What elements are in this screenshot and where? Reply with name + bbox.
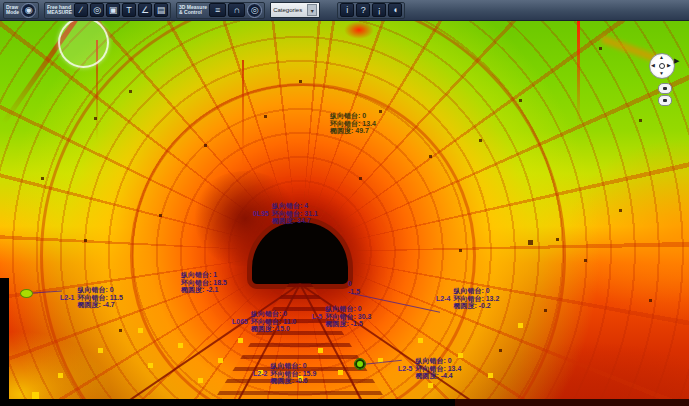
text-tool-button[interactable]: T bbox=[122, 3, 136, 17]
draw-mode-button[interactable]: ◉ bbox=[21, 3, 36, 18]
measurement-annotation: L2-1 纵向错台: 0 环向错台: 11.5 椭圆度: -4.7 bbox=[60, 286, 123, 309]
point-label: L-5 bbox=[312, 313, 323, 321]
category-dropdown-value: Categories bbox=[273, 7, 304, 13]
panel-collapse-handle[interactable]: ▶ bbox=[674, 57, 679, 65]
measurement-annotation: 0 -1.5 bbox=[348, 280, 360, 295]
target-tool-button[interactable]: ◎ bbox=[247, 3, 262, 18]
details-icon: ¡ bbox=[378, 4, 381, 16]
pen-tool-button[interactable]: ∕ bbox=[74, 3, 88, 17]
profile-tool-button[interactable]: ∩ bbox=[228, 3, 245, 17]
compare-images-button[interactable]: ▤ bbox=[154, 3, 168, 17]
compare-icon: ▤ bbox=[157, 4, 166, 16]
help-button[interactable]: ? bbox=[356, 3, 370, 17]
sleeper-highlights bbox=[0, 21, 1, 22]
power-icon: ◉ bbox=[25, 5, 33, 15]
profile-icon: ∩ bbox=[233, 4, 239, 16]
info-button[interactable]: i bbox=[340, 3, 354, 17]
toolbar-group-3d-measure: 3D Measure & Control ≡ ∩ ◎ bbox=[176, 2, 265, 19]
app-window: Draw Mode ◉ Free hand MEASURE ∕ ◎ ▣ T bbox=[0, 0, 689, 406]
category-dropdown[interactable]: Categories ▾ bbox=[270, 2, 320, 18]
measurement-annotation: L2-2 纵向错台: 0 环向错台: 15.9 椭圆度: -0.6 bbox=[253, 362, 316, 385]
pen-icon: ∕ bbox=[80, 4, 82, 16]
collapse-icon: ◖ bbox=[392, 4, 397, 16]
sphere-icon: ◎ bbox=[93, 4, 101, 16]
point-label: L2-4 bbox=[436, 295, 450, 303]
measurement-annotation: 0L95 纵向错台: 4 环向错台: 31.1 椭圆度: 34.7 bbox=[253, 202, 318, 225]
measurement-annotation: 纵向错台: 1 环向错台: 18.5 椭圆度: -2.1 bbox=[181, 271, 227, 294]
point-label: L065 bbox=[232, 318, 248, 326]
point-label: 0L95 bbox=[253, 210, 269, 218]
sphere-tool-button[interactable]: ◎ bbox=[90, 3, 104, 17]
image-card-button[interactable]: ▣ bbox=[106, 3, 120, 17]
nav-center-dot[interactable] bbox=[659, 63, 665, 69]
zoom-out-button[interactable] bbox=[658, 95, 672, 106]
survey-point-marker[interactable] bbox=[20, 289, 33, 298]
measurement-annotation: L-5 纵向错台: 0 环向错台: 30.3 椭圆度: -1.5 bbox=[312, 305, 371, 328]
nav-up-icon[interactable]: ▲ bbox=[659, 55, 664, 60]
help-icon: ? bbox=[361, 4, 366, 16]
zoom-in-button[interactable] bbox=[658, 83, 672, 94]
info-icon: i bbox=[346, 4, 348, 16]
point-label: L2-5 bbox=[398, 365, 412, 373]
measurement-annotation: L065 纵向错台: 0 环向错台: 11.0 椭圆度: 15.0 bbox=[232, 310, 296, 333]
draw-group-label: Draw Mode bbox=[6, 5, 19, 15]
point-label: L2-1 bbox=[60, 294, 74, 302]
details-button[interactable]: ¡ bbox=[372, 3, 386, 17]
tunnel-3d-viewport[interactable]: 纵向错台: 0 环向错台: 13.4 椭圆度: 49.7 0L95 纵向错台: … bbox=[0, 21, 689, 406]
hot-spot bbox=[344, 21, 374, 39]
screen-bottom-mask bbox=[0, 399, 689, 406]
image-icon: ▣ bbox=[109, 4, 118, 16]
toolbar: Draw Mode ◉ Free hand MEASURE ∕ ◎ ▣ T bbox=[0, 0, 689, 21]
chevron-down-icon: ▾ bbox=[307, 4, 317, 16]
section-tool-button[interactable]: ≡ bbox=[209, 3, 226, 17]
nav-right-icon[interactable]: ▶ bbox=[667, 63, 671, 68]
measurement-annotation: 纵向错台: 0 环向错台: 13.4 椭圆度: 49.7 bbox=[330, 112, 376, 135]
measurement-annotation: L2-5 纵向错台: 0 环向错台: 13.4 椭圆度: -4.4 bbox=[398, 357, 461, 380]
freehand-group-label: Free hand MEASURE bbox=[47, 5, 72, 15]
scan-streak bbox=[577, 21, 580, 125]
angle-icon: ∠ bbox=[141, 4, 149, 16]
toolbar-group-freehand: Free hand MEASURE ∕ ◎ ▣ T ∠ ▤ bbox=[44, 2, 171, 19]
survey-point-marker[interactable] bbox=[354, 358, 366, 370]
target-icon: ◎ bbox=[251, 5, 259, 15]
point-label: L2-2 bbox=[253, 370, 267, 378]
collapse-toolbar-button[interactable]: ◖ bbox=[388, 3, 402, 17]
nav-left-icon[interactable]: ◀ bbox=[651, 63, 655, 68]
scan-streak bbox=[242, 60, 244, 165]
measurement-annotation: L2-4 纵向错台: 0 环向错台: 13.2 椭圆度: -0.2 bbox=[436, 287, 499, 310]
section-icon: ≡ bbox=[215, 4, 220, 16]
nav-down-icon[interactable]: ▼ bbox=[659, 71, 664, 76]
toolbar-group-draw: Draw Mode ◉ bbox=[3, 2, 39, 19]
toolbar-group-info: i ? ¡ ◖ bbox=[337, 2, 405, 19]
text-icon: T bbox=[126, 4, 132, 16]
measure-group-label: 3D Measure & Control bbox=[179, 5, 207, 15]
angle-tool-button[interactable]: ∠ bbox=[138, 3, 152, 17]
screen-edge-mask bbox=[0, 278, 9, 406]
view-navigation-pad[interactable]: ▲ ▼ ◀ ▶ bbox=[649, 53, 675, 79]
